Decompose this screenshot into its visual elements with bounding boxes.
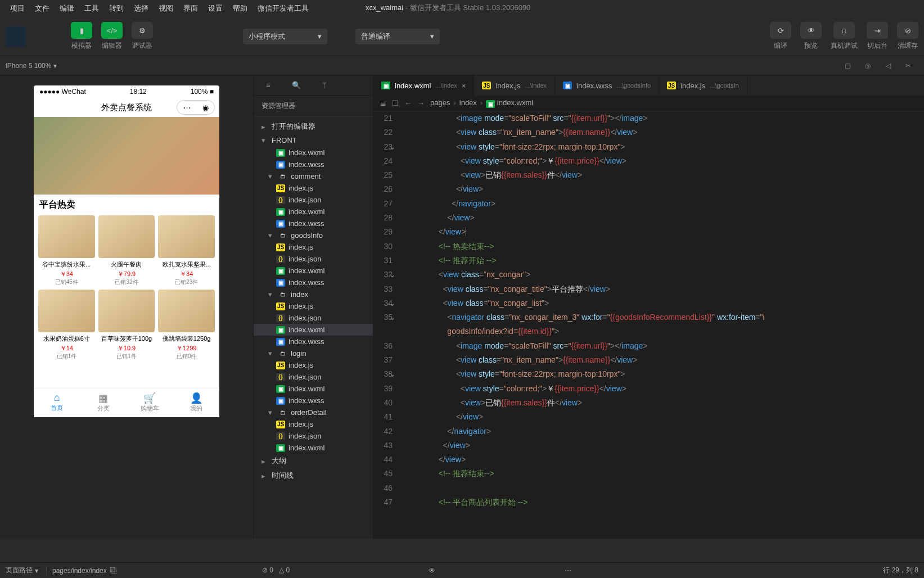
explorer-panel: ≡ 🔍 ᛘ 资源管理器 ▸打开的编辑器▾FRONT▣index.wxml▣ind… bbox=[253, 75, 373, 539]
tree-item[interactable]: JSindex.js bbox=[254, 359, 373, 371]
nav-forward-icon[interactable]: → bbox=[417, 99, 425, 107]
banner-image[interactable] bbox=[34, 117, 219, 195]
tree-item[interactable]: {}index.json bbox=[254, 312, 373, 324]
device-bar: iPhone 5 100% ▾ ▢ ◎ ◁ ✂ bbox=[0, 56, 924, 75]
phone-tab[interactable]: ⌂首页 bbox=[34, 389, 80, 417]
phone-tabbar: ⌂首页▦分类🛒购物车👤我的 bbox=[34, 388, 219, 417]
device-icon[interactable]: ▢ bbox=[841, 59, 854, 73]
background-button[interactable]: ⇥切后台 bbox=[867, 22, 888, 51]
editor-tab[interactable]: ▣index.wxml...\index× bbox=[373, 75, 474, 96]
list-icon[interactable]: ≡ bbox=[262, 79, 275, 92]
tree-item[interactable]: JSindex.js bbox=[254, 241, 373, 253]
product-card[interactable]: 欧扎克水果坚果...￥34已销23件 bbox=[158, 215, 215, 286]
clear-cache-button[interactable]: ⊘清缓存 bbox=[897, 22, 918, 51]
compile-button[interactable]: ⟳编译 bbox=[770, 22, 791, 51]
phone-tab[interactable]: 👤我的 bbox=[173, 389, 220, 417]
tree-item[interactable]: {}index.json bbox=[254, 194, 373, 206]
tree-item[interactable]: JSindex.js bbox=[254, 418, 373, 430]
menu-item[interactable]: 微信开发者工具 bbox=[253, 1, 313, 16]
tree-item[interactable]: ▸大纲 bbox=[254, 454, 373, 468]
mute-icon[interactable]: ◁ bbox=[881, 59, 895, 73]
code-editor[interactable]: 2122232425262728293031323334353637383940… bbox=[373, 111, 924, 539]
bookmark-icon[interactable]: ☐ bbox=[392, 99, 399, 107]
branch-icon[interactable]: ᛘ bbox=[318, 79, 331, 92]
product-card[interactable]: 火腿午餐肉￥79.9已销32件 bbox=[98, 215, 155, 286]
menu-item[interactable]: 项目 bbox=[6, 1, 29, 16]
avatar[interactable] bbox=[6, 26, 26, 47]
tree-item[interactable]: JSindex.js bbox=[254, 182, 373, 194]
menu-item[interactable]: 编辑 bbox=[55, 1, 79, 16]
tree-item[interactable]: JSindex.js bbox=[254, 300, 373, 312]
section-title: 平台热卖 bbox=[34, 195, 219, 215]
tree-item[interactable]: ▾🗀index bbox=[254, 288, 373, 300]
product-card[interactable]: 佛跳墙袋装1250g￥1299已销0件 bbox=[158, 290, 215, 360]
editor-button[interactable]: </> 编辑器 bbox=[101, 22, 123, 51]
menu-item[interactable]: 选择 bbox=[129, 1, 153, 16]
close-icon[interactable]: × bbox=[462, 82, 466, 90]
tree-item[interactable]: ▣index.wxml bbox=[254, 383, 373, 395]
phone-tab[interactable]: ▦分类 bbox=[80, 389, 127, 417]
tree-item[interactable]: ▣index.wxss bbox=[254, 218, 373, 229]
tree-item[interactable]: ▣index.wxml bbox=[254, 265, 373, 277]
search-icon[interactable]: 🔍 bbox=[290, 79, 303, 92]
device-icon: ⎍ bbox=[833, 22, 855, 39]
more-icon[interactable]: ⋯ bbox=[565, 567, 571, 575]
tree-item[interactable]: ▾🗀login bbox=[254, 347, 373, 359]
rotate-icon[interactable]: ◎ bbox=[861, 59, 875, 73]
tree-item[interactable]: ▾🗀orderDetail bbox=[254, 407, 373, 418]
eye-icon: 👁 bbox=[800, 22, 822, 39]
phone-tab[interactable]: 🛒购物车 bbox=[127, 389, 173, 417]
tree-item[interactable]: ▣index.wxss bbox=[254, 277, 373, 288]
tree-item[interactable]: ▣index.wxml bbox=[254, 206, 373, 218]
editor-tab[interactable]: JSindex.js...\index bbox=[474, 75, 555, 96]
editor-tab[interactable]: ▣index.wxss...\goodsInfo bbox=[555, 75, 659, 96]
menu-item[interactable]: 转到 bbox=[105, 1, 128, 16]
tree-item[interactable]: ▾🗀goodsInfo bbox=[254, 229, 373, 241]
tree-item[interactable]: ▸打开的编辑器 bbox=[254, 119, 373, 134]
menu-item[interactable]: 界面 bbox=[179, 1, 202, 16]
debugger-button[interactable]: ⚙ 调试器 bbox=[132, 22, 153, 51]
copy-icon[interactable]: ⿻ bbox=[110, 567, 117, 575]
menu-item[interactable]: 文件 bbox=[30, 1, 54, 16]
simulator-button[interactable]: ▮ 模拟器 bbox=[71, 22, 92, 51]
page-path-value[interactable]: pages/index/index bbox=[52, 567, 107, 575]
product-card[interactable]: 水果奶油蛋糕6寸￥14已销1件 bbox=[38, 290, 95, 360]
window-title: xcx_waimai - 微信开发者工具 Stable 1.03.2006090 bbox=[366, 3, 530, 13]
warnings-badge[interactable]: △ 0 bbox=[279, 566, 290, 574]
tree-item[interactable]: ▣index.wxss bbox=[254, 336, 373, 347]
cursor-position[interactable]: 行 29，列 8 bbox=[883, 566, 918, 575]
device-selector[interactable]: iPhone 5 100% ▾ bbox=[6, 62, 57, 70]
preview-toggle[interactable]: 👁 bbox=[429, 567, 435, 575]
preview-button[interactable]: 👁预览 bbox=[800, 22, 822, 51]
tree-item[interactable]: ▾FRONT bbox=[254, 134, 373, 147]
remote-debug-button[interactable]: ⎍真机调试 bbox=[831, 22, 858, 51]
tree-item[interactable]: {}index.json bbox=[254, 371, 373, 383]
product-card[interactable]: 百草味菠萝干100g￥10.9已销1件 bbox=[98, 290, 155, 360]
menu-item[interactable]: 设置 bbox=[204, 1, 227, 16]
tree-item[interactable]: ▣index.wxml bbox=[254, 324, 373, 336]
editor-tab[interactable]: JSindex.js...\goodsIn bbox=[659, 75, 747, 96]
tree-item[interactable]: ▣index.wxml bbox=[254, 442, 373, 454]
nav-back-icon[interactable]: ← bbox=[404, 99, 412, 107]
menu-item[interactable]: 帮助 bbox=[228, 1, 252, 16]
tree-item[interactable]: {}index.json bbox=[254, 253, 373, 265]
outline-icon[interactable]: ≣ bbox=[380, 99, 386, 107]
tree-item[interactable]: ▣index.wxml bbox=[254, 147, 373, 159]
compile-mode-dropdown[interactable]: 普通编译▾ bbox=[355, 29, 440, 44]
tree-item[interactable]: ▾🗀comment bbox=[254, 170, 373, 182]
capsule-button[interactable]: ⋯◉ bbox=[177, 100, 215, 115]
tree-item[interactable]: {}index.json bbox=[254, 430, 373, 442]
bug-icon: ⚙ bbox=[132, 22, 153, 39]
menu-item[interactable]: 视图 bbox=[154, 1, 178, 16]
product-card[interactable]: 谷中宝缤纷水果...￥34已销45件 bbox=[38, 215, 95, 286]
tree-item[interactable]: ▣index.wxss bbox=[254, 159, 373, 170]
tree-item[interactable]: ▸时间线 bbox=[254, 468, 373, 483]
cut-icon[interactable]: ✂ bbox=[902, 59, 915, 73]
simulator-panel: ●●●●● WeChat 18:12 100% ■ 外卖点餐系统 ⋯◉ 平台热卖… bbox=[0, 75, 253, 539]
mode-dropdown[interactable]: 小程序模式▾ bbox=[243, 29, 327, 44]
errors-badge[interactable]: ⊘ 0 bbox=[262, 566, 273, 574]
clear-icon: ⊘ bbox=[897, 22, 918, 39]
chevron-down-icon: ▾ bbox=[318, 32, 322, 40]
menu-item[interactable]: 工具 bbox=[80, 1, 103, 16]
tree-item[interactable]: ▣index.wxss bbox=[254, 395, 373, 407]
